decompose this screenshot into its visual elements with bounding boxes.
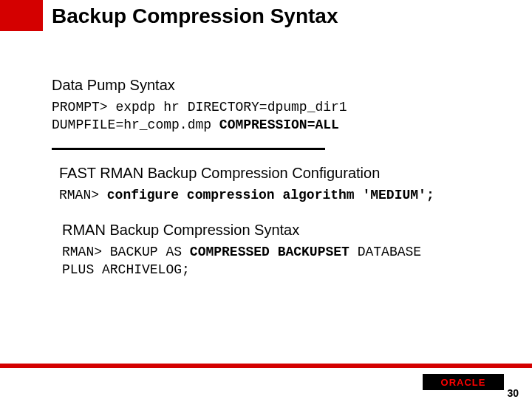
section2-heading: FAST RMAN Backup Compression Configurati… <box>59 165 502 182</box>
section1-heading: Data Pump Syntax <box>52 77 502 94</box>
section-rman-config: FAST RMAN Backup Compression Configurati… <box>59 165 502 204</box>
code-text: PLUS ARCHIVELOG; <box>62 262 190 277</box>
section3-code: RMAN> BACKUP AS COMPRESSED BACKUPSET DAT… <box>62 243 502 279</box>
code-text: PROMPT> expdp hr DIRECTORY=dpump_dir1 <box>52 100 347 115</box>
logo-text: ORACLE <box>441 377 486 388</box>
slide-content: Data Pump Syntax PROMPT> expdp hr DIRECT… <box>52 74 502 283</box>
footer-red-bar <box>0 364 532 368</box>
section-data-pump: Data Pump Syntax PROMPT> expdp hr DIRECT… <box>52 77 502 134</box>
section1-code: PROMPT> expdp hr DIRECTORY=dpump_dir1 DU… <box>52 98 502 134</box>
code-text: DUMPFILE=hr_comp.dmp <box>52 117 219 132</box>
section-divider <box>52 148 325 150</box>
slide-title: Backup Compression Syntax <box>52 4 338 28</box>
code-text: RMAN> BACKUP AS <box>62 245 190 259</box>
section3-heading: RMAN Backup Compression Syntax <box>62 222 502 239</box>
section-rman-syntax: RMAN Backup Compression Syntax RMAN> BAC… <box>62 222 502 279</box>
code-bold: configure compression algorithm 'MEDIUM'… <box>107 188 434 202</box>
code-bold: COMPRESSION=ALL <box>219 117 339 132</box>
page-number: 30 <box>507 387 519 399</box>
corner-accent <box>0 0 43 31</box>
code-text: DATABASE <box>349 245 421 259</box>
code-text: RMAN> <box>59 188 107 202</box>
code-bold: COMPRESSED BACKUPSET <box>190 245 349 259</box>
oracle-logo: ORACLE <box>423 374 504 390</box>
section2-code: RMAN> configure compression algorithm 'M… <box>59 186 502 204</box>
